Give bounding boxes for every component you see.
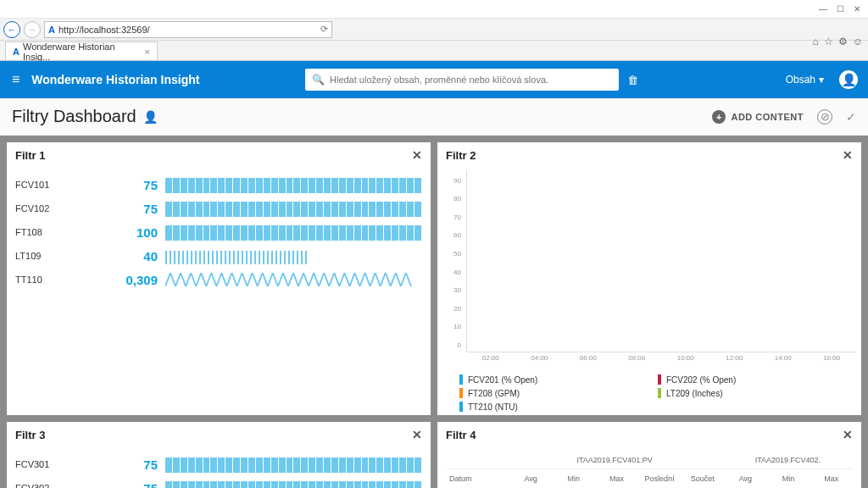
home-icon[interactable]: ⌂ [812, 36, 818, 47]
app-header: ≡ Wonderware Historian Insight 🔍 🗑 Obsah… [0, 61, 868, 98]
favorites-icon[interactable]: ☆ [824, 36, 833, 47]
settings-icon[interactable]: ⚙ [838, 36, 848, 47]
metric-tag: FT108 [15, 227, 92, 237]
feedback-icon[interactable]: ☺ [853, 36, 863, 47]
x-tick: 08:00 [613, 354, 662, 366]
add-content-button[interactable]: + ADD CONTENT [712, 110, 804, 124]
x-tick: 16:00 [808, 354, 857, 366]
legend-swatch [459, 402, 463, 412]
legend-item[interactable]: LT209 (Inches) [658, 388, 856, 398]
x-tick: 10:00 [661, 354, 710, 366]
legend-item[interactable]: FCV201 (% Open) [459, 374, 658, 385]
block-button[interactable]: ⊘ [817, 109, 832, 125]
metric-value: 75 [98, 481, 158, 489]
y-tick: 10 [453, 323, 461, 330]
legend-label: LT209 (Inches) [666, 389, 723, 398]
column-header[interactable]: Poslední [638, 474, 682, 483]
search-icon: 🔍 [312, 74, 325, 86]
x-tick: 02:00 [466, 354, 515, 366]
metric-tag: FCV102 [15, 203, 92, 214]
forward-button[interactable]: → [24, 21, 41, 38]
avatar-icon: 👤 [842, 73, 856, 86]
column-header[interactable]: Avg [724, 474, 767, 483]
page-subheader: Filtry Dashboard 👤 + ADD CONTENT ⊘ ✓ [0, 98, 868, 136]
content-menu[interactable]: Obsah ▾ [786, 74, 824, 86]
legend-label: TT210 (NTU) [468, 402, 518, 412]
legend-item[interactable]: FT208 (GPM) [459, 388, 658, 398]
group-header: ITAA2019.FCV402. [723, 452, 853, 469]
add-content-label: ADD CONTENT [731, 112, 804, 122]
delete-icon[interactable]: 🗑 [627, 74, 638, 86]
chart-x-axis: 02:0004:0006:0008:0010:0012:0014:0016:00 [466, 354, 856, 366]
y-tick: 90 [453, 176, 461, 184]
page-title: Filtry Dashboard 👤 [12, 107, 158, 126]
legend-label: FT208 (GPM) [468, 389, 520, 398]
panel-filtr3: Filtr 3 ✕ FCV30175FCV30275FT308100 [7, 422, 431, 488]
y-tick: 70 [453, 213, 461, 220]
metric-tag: FCV301 [15, 459, 92, 469]
hamburger-icon[interactable]: ≡ [12, 72, 19, 87]
chart-plot-area [466, 169, 856, 352]
tab-close-icon[interactable]: × [145, 47, 150, 57]
legend-item[interactable]: FCV202 (% Open) [658, 374, 856, 385]
legend-swatch [658, 374, 661, 385]
page-actions: + ADD CONTENT ⊘ ✓ [712, 109, 856, 125]
legend-swatch [459, 388, 463, 398]
legend-label: FCV202 (% Open) [666, 375, 736, 385]
column-header[interactable]: Datum [446, 474, 509, 483]
column-header[interactable]: Avg [509, 474, 553, 483]
panel-close-icon[interactable]: ✕ [843, 428, 853, 441]
column-header[interactable]: Max [595, 474, 638, 483]
sparkline [164, 456, 422, 473]
metric-tag: TT110 [15, 274, 92, 285]
app-search[interactable]: 🔍 [305, 69, 619, 91]
group-header: ITAA2019.FCV401.PV [506, 452, 722, 469]
confirm-button[interactable]: ✓ [846, 110, 856, 124]
panel-filtr4: Filtr 4 ✕ ITAA2019.FCV401.PV ITAA2019.FC… [437, 422, 861, 488]
y-tick: 80 [453, 195, 461, 202]
legend-item[interactable]: TT210 (NTU) [459, 402, 658, 412]
metric-row: LT10940 [15, 244, 422, 268]
panel-close-icon[interactable]: ✕ [843, 148, 853, 162]
panel-close-icon[interactable]: ✕ [412, 428, 422, 441]
metric-row: TT1100,309 [15, 268, 422, 291]
panel-close-icon[interactable]: ✕ [412, 148, 422, 162]
metric-value: 75 [98, 458, 158, 472]
refresh-icon[interactable]: ⟳ [320, 24, 328, 35]
sparkline [164, 480, 422, 488]
panel-title: Filtr 2 [446, 149, 476, 162]
header-right: Obsah ▾ 👤 [786, 70, 858, 89]
sparkline [164, 271, 422, 288]
legend-swatch [658, 388, 661, 398]
site-icon: A [48, 25, 55, 35]
column-header[interactable]: Min [553, 474, 596, 483]
x-tick: 12:00 [710, 354, 760, 366]
y-tick: 30 [453, 286, 461, 294]
y-tick: 40 [453, 268, 461, 275]
metric-value: 75 [98, 202, 158, 216]
panel-title: Filtr 4 [446, 429, 476, 441]
metric-value: 0,309 [98, 273, 158, 287]
column-header[interactable]: Max [810, 474, 853, 483]
sparkline [164, 200, 422, 217]
x-tick: 04:00 [515, 354, 565, 366]
panel-filtr1: Filtr 1 ✕ FCV10175FCV10275FT108100LT1094… [7, 142, 431, 415]
column-header[interactable]: Min [767, 474, 810, 483]
page-title-text: Filtry Dashboard [12, 107, 136, 126]
metric-tag: FCV101 [15, 180, 92, 190]
column-header[interactable]: Součet [681, 474, 724, 483]
maximize-button[interactable]: ☐ [834, 4, 846, 14]
search-input[interactable] [330, 75, 612, 85]
tab-title: Wonderware Historian Insig... [23, 42, 138, 62]
url-field[interactable]: A http://localhost:32569/ ⟳ [44, 21, 332, 38]
close-window-button[interactable]: ✕ [851, 4, 863, 14]
avatar[interactable]: 👤 [839, 70, 858, 89]
window-titlebar: — ☐ ✕ [0, 0, 868, 19]
dashboard: Filtr 1 ✕ FCV10175FCV10275FT108100LT1094… [0, 136, 868, 488]
shared-person-icon: 👤 [143, 110, 158, 124]
browser-address-bar: ← → A http://localhost:32569/ ⟳ [0, 19, 868, 41]
minimize-button[interactable]: — [817, 4, 829, 14]
browser-tab[interactable]: A Wonderware Historian Insig... × [5, 42, 158, 60]
metric-row: FCV10275 [15, 197, 422, 220]
back-button[interactable]: ← [3, 21, 20, 38]
